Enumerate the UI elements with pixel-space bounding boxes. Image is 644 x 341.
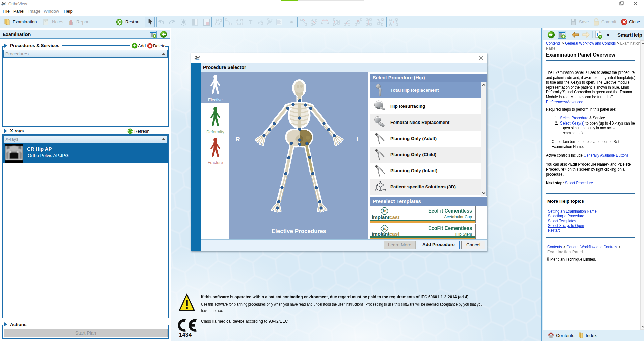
svg-text:T: T	[249, 19, 253, 26]
svg-text:c: c	[384, 209, 386, 213]
svg-text:T: T	[261, 18, 263, 23]
svg-text:c: c	[384, 226, 386, 231]
